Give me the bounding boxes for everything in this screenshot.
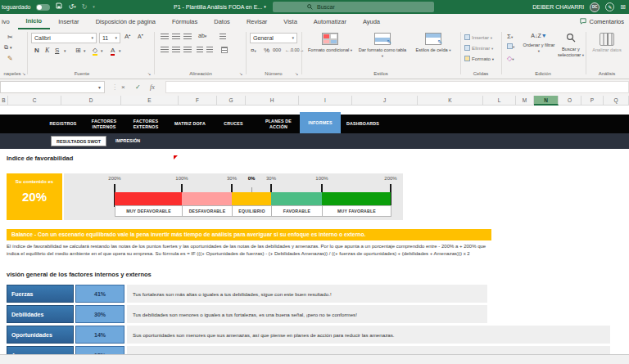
column-header[interactable]: L [483,96,516,106]
decrease-font-icon[interactable]: A▾ [138,33,143,39]
cancel-entry-icon[interactable]: × [121,81,125,93]
font-color-icon[interactable]: A [111,47,115,56]
nav-tab-planes-accion[interactable]: PLANES DE ACCIÓN [262,115,295,133]
accounting-format-icon[interactable]: ¤▾ [251,47,256,54]
column-header[interactable]: G [217,96,246,106]
nav-tab-matriz-dofa[interactable]: MATRIZ DOFA [161,115,219,133]
tab-archivo[interactable]: ivo [0,14,18,29]
comments-button[interactable]: Comentarios [580,14,624,29]
delete-cells-button[interactable]: Eliminar ▾ [464,45,493,51]
decrease-indent-icon[interactable] [197,47,203,54]
avatar[interactable]: DC [590,2,600,12]
column-header[interactable]: P [581,96,604,106]
comma-style-icon[interactable]: 000 [273,47,281,52]
orientation-icon[interactable]: ab▾ [198,33,206,38]
decrease-decimal-icon[interactable]: .00→ [293,47,304,52]
save-icon[interactable] [56,0,62,14]
italic-button[interactable]: K [45,47,49,54]
underline-button[interactable]: S [55,47,59,54]
factor-pct-cell[interactable]: 14% [75,326,124,344]
tab-datos[interactable]: Datos [206,14,238,29]
autosave-toggle[interactable] [36,4,50,11]
align-top-icon[interactable] [161,34,169,41]
copy-icon[interactable]: ⧉ ▾ [4,44,11,51]
factor-text-cell[interactable]: Tus fortalezas son más altas o iguales a… [127,285,487,303]
font-size-select[interactable]: 11▾ [99,33,120,43]
number-format-select[interactable]: General▾ [250,33,297,43]
user-name[interactable]: DEIBER CHAVARRI [532,4,584,10]
align-right-icon[interactable] [183,47,192,54]
increase-font-icon[interactable]: A▴ [124,33,130,40]
nav-tab-factores-externos[interactable]: FACTORES EXTERNOS [129,115,162,133]
subnav-tab-impresion[interactable]: IMPRESIÓN [115,136,140,146]
analyze-data-button[interactable]: Analizar datos [587,31,627,53]
merge-center-icon[interactable] [221,47,228,54]
factor-name-cell[interactable]: Fuerzas [7,285,74,303]
favorability-value-card[interactable]: Su contenido es 20% [7,173,62,220]
column-header[interactable]: B [0,96,8,106]
subnav-tab-resultados-swot[interactable]: RESULTADOS SWOT [51,136,106,146]
align-bottom-icon[interactable] [183,34,192,41]
document-title[interactable]: P1 - Plantilla Análisis FODA en E... ▾ [174,0,266,14]
factor-pct-cell[interactable]: 41% [75,285,124,303]
nav-tab-dashboards[interactable]: DASHBOARDS [333,115,392,133]
column-header[interactable]: F [179,96,217,106]
factor-name-cell[interactable]: Oportunidades [7,326,74,344]
tab-vista[interactable]: Vista [275,14,305,29]
fill-caret-icon[interactable]: ▾ [101,48,103,53]
sort-filter-button[interactable]: A↓Z▼ Ordenar y filtrar ▾ [523,31,555,54]
factor-text-cell[interactable]: Tus debilidades son menores o iguales a … [127,305,487,323]
font-name-select[interactable]: Calibri▾ [31,33,97,43]
cell-styles-button[interactable]: ✎ Estilos de celda ▾ [411,31,455,53]
tab-disposicion[interactable]: Disposición de página [88,14,164,29]
horizontal-scrollbar[interactable] [0,354,629,364]
column-header[interactable]: Q [604,96,629,106]
nav-tab-registros[interactable]: REGISTROS [34,115,92,133]
confirm-entry-icon[interactable]: ✓ [135,81,141,93]
conditional-format-button[interactable]: Formato condicional ▾ [306,31,354,53]
wrap-text-icon[interactable] [219,34,226,41]
edit-mode-icon[interactable]: ✎ [605,2,614,11]
tab-insertar[interactable]: Insertar [50,14,87,29]
insert-function-icon[interactable]: fx [150,81,155,93]
align-middle-icon[interactable] [172,34,180,41]
fill-down-icon[interactable]: ▾ [507,43,514,49]
numero-launcher-icon[interactable]: ↘ [295,71,298,76]
formula-input[interactable] [165,81,629,93]
column-header[interactable]: O [559,96,581,106]
fill-color-icon[interactable]: ◇ [93,47,97,56]
tab-revisar[interactable]: Revisar [238,14,275,29]
factor-pct-cell[interactable]: 30% [75,305,124,323]
column-header[interactable]: K [418,96,483,106]
autosum-icon[interactable]: Σ▾ [507,33,513,40]
find-select-button[interactable]: Buscar y seleccionar ▾ [557,31,585,58]
align-center-icon[interactable] [172,47,180,54]
fuente-launcher-icon[interactable]: ↘ [147,71,151,76]
name-box[interactable]: ▾ [0,81,105,93]
column-header[interactable]: C [8,96,61,106]
cut-icon[interactable]: ✂ [7,34,13,41]
portapapeles-launcher-icon[interactable]: ↘ [22,71,25,76]
increase-decimal-icon[interactable]: ←.0 [285,47,293,52]
format-cells-button[interactable]: Formato ▾ [464,56,494,61]
redo-icon[interactable]: ↻ [82,0,88,14]
format-painter-icon[interactable]: ✎ [7,55,13,62]
column-header[interactable]: D [61,96,121,106]
column-header[interactable]: J [352,96,418,106]
column-header[interactable]: E [121,96,179,106]
window-restore-icon[interactable]: ⊞ [620,0,626,14]
font-color-caret-icon[interactable]: ▾ [119,48,121,53]
undo-icon[interactable]: ↺▾ [68,0,75,14]
format-as-table-button[interactable]: ✎ Dar formato como tabla ▾ [357,31,408,59]
nav-tab-cruces[interactable]: CRUCES [213,115,254,133]
column-header[interactable]: M [516,96,534,106]
tab-inicio[interactable]: Inicio [18,14,51,29]
borders-icon[interactable]: ⊞ [75,47,81,54]
nav-tab-factores-internos[interactable]: FACTORES INTERNOS [88,115,120,133]
factor-text-cell[interactable]: Sus oportunidades son menores que sus am… [127,326,610,344]
underline-caret-icon[interactable]: ▾ [64,48,66,53]
tab-automatizar[interactable]: Automatizar [305,14,355,29]
column-header[interactable]: H [246,96,299,106]
clear-icon[interactable]: ◇▾ [507,55,514,62]
factor-name-cell[interactable]: Debilidades [7,305,74,323]
